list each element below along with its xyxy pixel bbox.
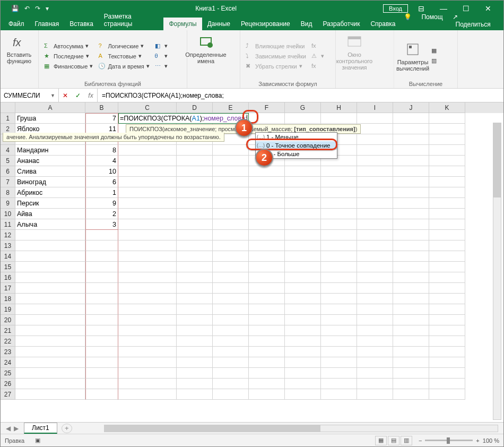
cell[interactable] (429, 113, 465, 124)
row-header[interactable]: 23 (1, 347, 15, 357)
cell[interactable] (213, 198, 249, 209)
cell[interactable] (393, 166, 429, 177)
cell[interactable] (213, 209, 249, 219)
cell[interactable] (285, 113, 321, 124)
cell[interactable] (249, 379, 285, 389)
cell[interactable] (429, 124, 465, 134)
cell[interactable] (285, 251, 321, 262)
cell[interactable] (393, 134, 429, 145)
cell[interactable] (85, 251, 118, 262)
cell[interactable] (213, 262, 249, 272)
row-header[interactable]: 27 (1, 389, 15, 400)
cell[interactable] (357, 177, 393, 187)
cancel-icon[interactable]: ✕ (59, 89, 72, 102)
tab-review[interactable]: Рецензирование (236, 18, 296, 30)
cell[interactable] (118, 145, 177, 156)
cell[interactable] (429, 230, 465, 240)
tell-me-icon[interactable]: 💡 (401, 11, 415, 30)
fx-icon[interactable]: fx (84, 89, 97, 102)
cell[interactable]: Айва (15, 209, 85, 219)
cell[interactable] (285, 166, 321, 177)
row-header[interactable]: 19 (1, 304, 15, 315)
cell[interactable] (213, 283, 249, 294)
cell[interactable] (393, 156, 429, 166)
cell[interactable] (321, 251, 357, 262)
zoom-slider[interactable] (425, 440, 473, 441)
horizontal-scrollbar[interactable] (104, 425, 498, 432)
cell[interactable] (429, 325, 465, 336)
cell[interactable] (285, 357, 321, 368)
column-header-B[interactable]: B (85, 102, 118, 113)
cell[interactable] (213, 177, 249, 187)
cell[interactable] (393, 347, 429, 357)
cell[interactable] (393, 357, 429, 368)
cell[interactable] (177, 262, 213, 272)
zoom-out-button[interactable]: − (419, 437, 422, 444)
cell[interactable]: 3 (85, 219, 118, 230)
cell[interactable] (249, 230, 285, 240)
cell[interactable] (118, 379, 177, 389)
cell[interactable] (85, 240, 118, 251)
cell[interactable] (118, 240, 177, 251)
cell[interactable] (15, 368, 85, 379)
row-header[interactable]: 24 (1, 357, 15, 368)
cell[interactable] (85, 294, 118, 304)
cell[interactable] (321, 272, 357, 283)
cell[interactable] (285, 198, 321, 209)
cell[interactable] (177, 219, 213, 230)
cell[interactable] (118, 357, 177, 368)
cell[interactable] (177, 315, 213, 325)
cell[interactable] (249, 294, 285, 304)
cell[interactable]: Абрикос (15, 187, 85, 198)
cell[interactable] (357, 262, 393, 272)
row-header[interactable]: 9 (1, 198, 15, 209)
cell[interactable] (249, 389, 285, 400)
cell[interactable] (249, 198, 285, 209)
row-header[interactable]: 26 (1, 379, 15, 389)
cell[interactable] (321, 113, 357, 124)
cell[interactable] (429, 379, 465, 389)
datetime-button[interactable]: 🕓Дата и время ▾ (97, 62, 150, 71)
macro-record-icon[interactable]: ▣ (35, 437, 40, 444)
tab-insert[interactable]: Вставка (64, 18, 99, 30)
cell[interactable] (249, 251, 285, 262)
cell[interactable] (393, 304, 429, 315)
autosum-button[interactable]: ΣАвтосумма ▾ (43, 42, 94, 50)
defined-names-button[interactable]: Определенные имена (192, 32, 220, 65)
cell[interactable] (177, 272, 213, 283)
cell[interactable] (357, 325, 393, 336)
cell[interactable] (429, 294, 465, 304)
cell[interactable] (429, 219, 465, 230)
cell[interactable] (249, 368, 285, 379)
cell[interactable] (249, 262, 285, 272)
cell[interactable] (249, 272, 285, 283)
cell[interactable] (429, 251, 465, 262)
cell[interactable] (118, 347, 177, 357)
cell[interactable] (285, 283, 321, 294)
view-page-layout-button[interactable]: ▤ (388, 436, 399, 445)
cell[interactable] (249, 336, 285, 347)
cell[interactable] (15, 389, 85, 400)
cell[interactable] (357, 198, 393, 209)
cell[interactable] (285, 240, 321, 251)
cell[interactable] (85, 304, 118, 315)
cell[interactable] (285, 325, 321, 336)
cell[interactable] (85, 379, 118, 389)
cell[interactable]: 1 (85, 187, 118, 198)
tab-data[interactable]: Данные (202, 18, 236, 30)
cell[interactable] (213, 272, 249, 283)
column-header-C[interactable]: C (118, 102, 177, 113)
row-header[interactable]: 1 (1, 113, 15, 124)
cell[interactable] (429, 389, 465, 400)
cell[interactable] (213, 389, 249, 400)
cell[interactable]: Груша (15, 113, 85, 124)
cell[interactable] (213, 145, 249, 156)
cell[interactable] (15, 304, 85, 315)
cell[interactable] (393, 251, 429, 262)
cell[interactable] (213, 325, 249, 336)
cell[interactable] (429, 336, 465, 347)
cell[interactable] (15, 379, 85, 389)
cell[interactable] (118, 325, 177, 336)
cell[interactable] (177, 336, 213, 347)
row-header[interactable]: 10 (1, 209, 15, 219)
